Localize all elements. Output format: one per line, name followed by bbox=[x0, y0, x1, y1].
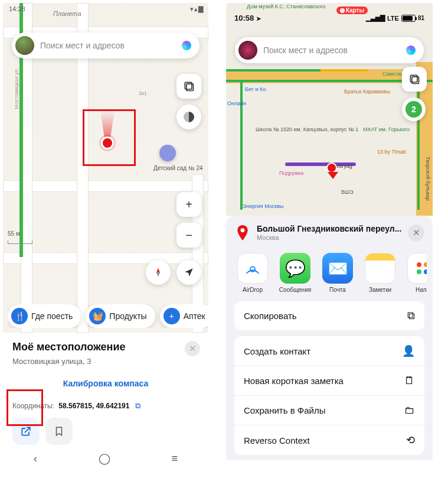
poi-bitiko[interactable]: Бит и Ко bbox=[245, 87, 266, 93]
coords-value: 58.567815, 49.642191 bbox=[58, 402, 129, 410]
bookmark-button[interactable] bbox=[45, 418, 73, 445]
sheet-title: Большой Гнездниковский переул... bbox=[257, 224, 402, 233]
status-right-cluster: ▁▃▅▇ LTE 81 bbox=[366, 14, 424, 22]
map-view-right[interactable]: 10:58 ➤ ▁▃▅▇ LTE 81 Карты Дом-музей К.С.… bbox=[226, 3, 433, 216]
search-bar[interactable]: Поиск мест и адресов bbox=[12, 32, 200, 58]
poi-museum[interactable]: Дом-музей К.С. Станиславского bbox=[247, 4, 326, 10]
share-action-list: Скопировать⧉ bbox=[234, 301, 424, 330]
messages-icon: 💬 bbox=[280, 253, 310, 284]
zoom-in-button[interactable]: + bbox=[176, 192, 201, 217]
sheet-subtitle: Москва bbox=[257, 234, 402, 241]
layers-button[interactable] bbox=[402, 67, 427, 92]
share-action-list-2: Создать контакт👤 Новая короткая заметка🗒… bbox=[234, 336, 424, 455]
folder-icon: 🗀 bbox=[404, 404, 415, 417]
chip-pharmacy[interactable]: +Аптек bbox=[160, 304, 208, 328]
status-bar-ios: 10:58 ➤ ▁▃▅▇ LTE 81 bbox=[234, 14, 424, 22]
copy-icon: ⧉ bbox=[407, 310, 415, 322]
fab-column: 2 bbox=[402, 67, 427, 121]
fork-knife-icon: 🍴 bbox=[11, 308, 28, 324]
nav-back-icon[interactable]: ‹ bbox=[34, 453, 37, 465]
scale-bar bbox=[8, 240, 32, 244]
android-nav-bar: ‹ ◯ ≡ bbox=[3, 446, 208, 471]
action-contact[interactable]: Создать контакт👤 bbox=[234, 336, 424, 366]
poi-podruzhka[interactable]: Подружка bbox=[279, 171, 303, 177]
location-card: ✕ Моё местоположение Мостовицкая улица, … bbox=[3, 333, 208, 446]
airdrop-icon bbox=[237, 253, 268, 284]
layers-button[interactable] bbox=[176, 74, 201, 99]
reminders-icon bbox=[407, 253, 427, 284]
kindergarten-label: Детский сад № 24 bbox=[153, 165, 203, 171]
chip-eat[interactable]: 🍴Где поесть bbox=[8, 304, 81, 328]
voice-assistant-icon[interactable] bbox=[401, 41, 420, 60]
copy-coords-icon[interactable]: ⧉ bbox=[135, 401, 140, 410]
fab-zoom: + − bbox=[176, 192, 201, 248]
poi-varyag[interactable]: Varyag bbox=[336, 164, 352, 170]
app-messages[interactable]: 💬Сообщения bbox=[278, 253, 312, 293]
poi-school[interactable]: Школа № 1520 им. Капцовых, корпус № 1 bbox=[256, 127, 358, 133]
battery-icon bbox=[401, 15, 416, 22]
scale-label: 55 м bbox=[8, 230, 20, 237]
share-sheet: Большой Гнездниковский переул... Москва … bbox=[226, 216, 433, 460]
traffic-level-button[interactable]: 2 bbox=[402, 97, 426, 121]
traffic-button[interactable] bbox=[176, 105, 201, 129]
calibrate-compass-link[interactable]: Калибровка компаса bbox=[12, 379, 199, 388]
poi-energy[interactable]: Энергия Москвы bbox=[243, 204, 283, 210]
action-reverso[interactable]: Reverso Context⟲ bbox=[234, 425, 424, 455]
app-notes[interactable]: Заметки bbox=[363, 253, 397, 293]
poi-online[interactable]: Онлайн bbox=[227, 101, 246, 107]
nav-recent-icon[interactable]: ≡ bbox=[172, 453, 178, 465]
street-label: Мостовицкая ул. bbox=[14, 68, 19, 109]
person-icon: 👤 bbox=[402, 344, 415, 357]
reverso-icon: ⟲ bbox=[406, 434, 415, 447]
notes-icon bbox=[365, 253, 395, 284]
note-icon: 🗒 bbox=[404, 375, 415, 387]
android-screenshot: 14:28 ▾ ▴ ▇ Планета Мостовицкая ул. 3к1 … bbox=[3, 3, 208, 471]
profile-avatar[interactable] bbox=[15, 36, 34, 55]
nav-home-icon[interactable]: ◯ bbox=[99, 452, 110, 465]
app-reminders[interactable]: Напо bbox=[406, 253, 427, 293]
svg-marker-3 bbox=[156, 271, 161, 277]
card-close-button[interactable]: ✕ bbox=[185, 341, 200, 356]
action-note[interactable]: Новая короткая заметка🗒 bbox=[234, 366, 424, 396]
zoom-out-button[interactable]: − bbox=[176, 223, 201, 248]
search-placeholder: Поиск мест и адресов bbox=[263, 45, 395, 55]
kindergarten-icon[interactable] bbox=[159, 145, 176, 161]
action-files[interactable]: Сохранить в Файлы🗀 bbox=[234, 396, 424, 425]
status-bar-android: 14:28 ▾ ▴ ▇ bbox=[9, 5, 202, 13]
poi-karavaevy[interactable]: Братья Караваевы bbox=[344, 89, 390, 95]
app-airdrop[interactable]: AirDrop bbox=[236, 253, 270, 293]
card-title: Моё местоположение bbox=[12, 341, 199, 353]
card-address: Мостовицкая улица, 3 bbox=[12, 357, 199, 366]
status-time: 10:58 ➤ bbox=[234, 14, 261, 22]
bldg-3k1: 3к1 bbox=[139, 90, 147, 96]
voice-assistant-icon[interactable] bbox=[177, 36, 196, 55]
signal-icon: ▁▃▅▇ bbox=[366, 14, 385, 22]
fab-column-top bbox=[176, 74, 201, 129]
svg-point-6 bbox=[241, 228, 245, 232]
app-mail[interactable]: ✉️Почта bbox=[321, 253, 355, 293]
poi-vshe[interactable]: ВШЭ bbox=[341, 190, 354, 196]
battery-value: 81 bbox=[418, 15, 424, 21]
poi-mhat[interactable]: МХАТ им. Горького bbox=[363, 127, 410, 133]
highlight-box-share bbox=[6, 389, 43, 426]
boulevard-label: Тверской бульвар bbox=[424, 157, 430, 201]
compass-button[interactable] bbox=[146, 260, 171, 285]
profile-avatar[interactable] bbox=[238, 41, 257, 60]
fab-nav-row bbox=[146, 260, 201, 285]
locate-me-button[interactable] bbox=[176, 260, 201, 285]
chip-products[interactable]: 🧺Продукты bbox=[86, 304, 155, 328]
status-icons: ▾ ▴ ▇ bbox=[190, 5, 202, 13]
search-bar[interactable]: Поиск мест и адресов bbox=[235, 37, 424, 63]
plus-icon: + bbox=[163, 308, 180, 324]
ios-screenshot: 10:58 ➤ ▁▃▅▇ LTE 81 Карты Дом-музей К.С.… bbox=[226, 3, 433, 460]
location-pin-icon bbox=[234, 225, 251, 241]
basket-icon: 🧺 bbox=[89, 308, 106, 324]
sheet-header: Большой Гнездниковский переул... Москва … bbox=[232, 223, 427, 248]
action-copy[interactable]: Скопировать⧉ bbox=[234, 301, 424, 330]
poi-timati[interactable]: 13 by Timati bbox=[377, 149, 406, 155]
share-apps-row: AirDrop 💬Сообщения ✉️Почта Заметки Напо bbox=[232, 248, 427, 301]
map-view-left[interactable]: 14:28 ▾ ▴ ▇ Планета Мостовицкая ул. 3к1 … bbox=[3, 3, 208, 333]
sheet-close-button[interactable]: ✕ bbox=[408, 225, 424, 241]
lte-label: LTE bbox=[387, 15, 399, 22]
mail-icon: ✉️ bbox=[322, 253, 353, 284]
